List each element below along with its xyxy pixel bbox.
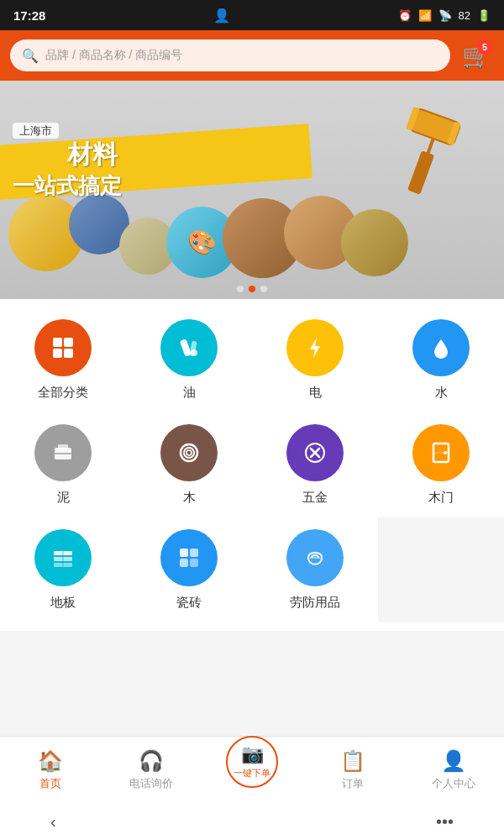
nav-order-label: 订单: [342, 776, 364, 791]
svg-rect-6: [64, 338, 73, 347]
person-icon: 👤: [213, 8, 230, 24]
banner-dots: [237, 286, 267, 292]
category-wooddoor-icon: [412, 424, 470, 481]
svg-point-11: [191, 349, 197, 356]
order-icon: 📋: [340, 749, 365, 773]
category-hardware[interactable]: 五金: [252, 412, 378, 517]
category-mud-label: 泥: [57, 490, 70, 506]
system-bar: ‹ •••: [0, 803, 504, 840]
svg-rect-14: [58, 444, 68, 449]
banner-dot-1[interactable]: [249, 286, 255, 292]
category-hardware-icon: [286, 424, 344, 481]
more-button[interactable]: •••: [436, 812, 454, 832]
category-electric[interactable]: 电: [252, 307, 378, 412]
category-electric-label: 电: [309, 385, 322, 401]
category-safety[interactable]: 劳防用品: [252, 517, 378, 622]
alarm-icon: ⏰: [398, 9, 412, 22]
nav-camera[interactable]: 📷 一键下单: [202, 753, 302, 788]
svg-point-18: [186, 450, 192, 455]
search-icon: 🔍: [22, 48, 39, 64]
banner-text2: 一站式搞定: [13, 171, 122, 201]
category-all-label: 全部分类: [38, 385, 88, 401]
category-floor-icon: [34, 529, 92, 586]
banner-location: 上海市: [13, 123, 59, 139]
nav-phone-label: 电话询价: [129, 776, 173, 791]
category-water[interactable]: 水: [378, 307, 504, 412]
svg-rect-4: [407, 150, 434, 194]
category-wood-icon: [160, 424, 218, 481]
battery-icon: 🔋: [477, 9, 491, 22]
svg-rect-7: [53, 349, 62, 358]
category-floor-label: 地板: [50, 595, 76, 611]
nav-profile[interactable]: 👤 个人中心: [403, 737, 504, 803]
svg-marker-12: [310, 338, 320, 358]
banner-text1: 材料: [67, 138, 118, 172]
cart-button[interactable]: 🛒 5: [459, 38, 494, 73]
search-placeholder: 品牌 / 商品名称 / 商品编号: [45, 48, 182, 63]
nav-profile-label: 个人中心: [432, 776, 475, 791]
back-button[interactable]: ‹: [50, 812, 56, 832]
banner-dot-2[interactable]: [260, 286, 267, 292]
category-all-icon: [34, 319, 92, 376]
svg-rect-28: [190, 549, 198, 557]
wifi-icon: 📶: [418, 9, 432, 22]
category-wood-label: 木: [183, 490, 196, 506]
category-mud[interactable]: 泥: [0, 412, 126, 517]
category-tile-icon: [160, 529, 218, 586]
category-grid: 全部分类 油 电 水: [0, 299, 504, 631]
svg-rect-29: [180, 559, 188, 567]
svg-rect-5: [53, 338, 62, 347]
category-empty: [378, 517, 504, 622]
search-bar[interactable]: 🔍 品牌 / 商品名称 / 商品编号: [10, 39, 450, 71]
category-floor[interactable]: 地板: [0, 517, 126, 622]
category-tile[interactable]: 瓷砖: [126, 517, 252, 622]
bottom-nav: 🏠 首页 🎧 电话询价 📷 一键下单 📋 订单 👤 个人中心: [0, 736, 504, 803]
svg-rect-27: [180, 549, 188, 557]
nav-camera-label: 一键下单: [234, 767, 270, 780]
camera-icon: 📷: [241, 743, 264, 765]
battery-level: 82: [459, 9, 470, 22]
category-hardware-label: 五金: [302, 490, 328, 506]
banner-dot-0[interactable]: [237, 286, 244, 292]
category-oil-label: 油: [183, 385, 196, 401]
category-tile-label: 瓷砖: [176, 595, 202, 611]
profile-icon: 👤: [441, 749, 466, 773]
category-wooddoor[interactable]: 木门: [378, 412, 504, 517]
nav-phone[interactable]: 🎧 电话询价: [101, 737, 202, 803]
svg-rect-30: [190, 559, 198, 567]
svg-point-17: [184, 448, 194, 458]
header: 🔍 品牌 / 商品名称 / 商品编号 🛒 5: [0, 30, 504, 81]
category-oil[interactable]: 油: [126, 307, 252, 412]
nav-home-label: 首页: [39, 776, 61, 791]
category-safety-label: 劳防用品: [290, 595, 340, 611]
category-safety-icon: [286, 529, 344, 586]
nav-home[interactable]: 🏠 首页: [0, 737, 101, 803]
category-all[interactable]: 全部分类: [0, 307, 126, 412]
phone-icon: 🎧: [139, 749, 164, 773]
category-water-label: 水: [435, 385, 448, 401]
nav-order[interactable]: 📋 订单: [302, 737, 403, 803]
category-oil-icon: [160, 319, 218, 376]
nav-camera-circle: 📷 一键下单: [226, 736, 278, 788]
home-icon: 🏠: [38, 749, 63, 773]
status-icons: ⏰ 📶 📡 82 🔋: [398, 9, 491, 22]
category-wooddoor-label: 木门: [428, 490, 454, 506]
cart-badge: 5: [477, 39, 492, 55]
category-water-icon: [412, 319, 470, 376]
category-electric-icon: [286, 319, 344, 376]
banner: 上海市 材料 一站式搞定 🎨: [0, 81, 504, 299]
status-bar: 17:28 👤 ⏰ 📶 📡 82 🔋: [0, 0, 504, 30]
category-mud-icon: [34, 424, 92, 481]
category-wood[interactable]: 木: [126, 412, 252, 517]
signal-icon: 📡: [438, 9, 452, 22]
svg-rect-8: [64, 349, 73, 358]
status-time: 17:28: [13, 8, 45, 23]
